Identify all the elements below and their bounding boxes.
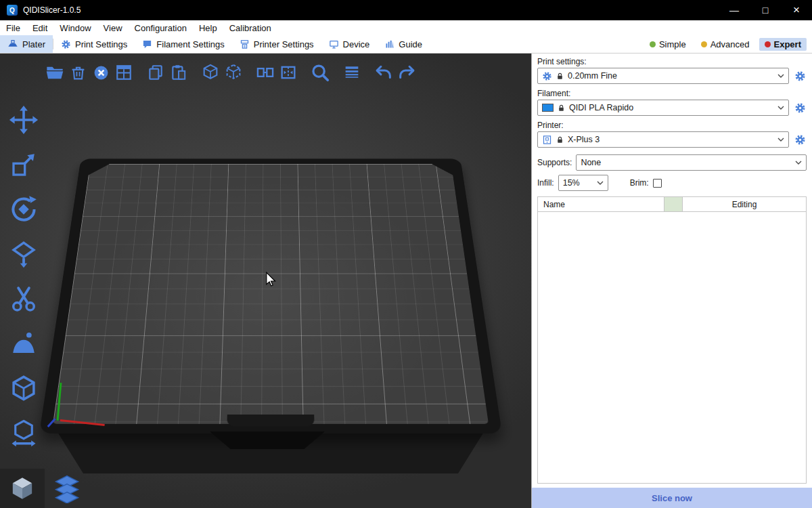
printer-value: X-Plus 3	[568, 135, 600, 144]
filament-combo[interactable]: QIDI PLA Rapido	[537, 100, 789, 116]
add-instance-icon	[201, 63, 220, 82]
object-list: Name Editing	[537, 196, 807, 484]
measure-tool-button[interactable]	[7, 419, 41, 446]
delete-all-icon	[93, 64, 110, 81]
print-settings-combo[interactable]: 0.20mm Fine	[537, 68, 789, 84]
delete-all-button[interactable]	[89, 59, 112, 86]
remove-instance-icon	[224, 63, 243, 82]
brim-checkbox[interactable]	[653, 179, 662, 188]
open-button[interactable]	[43, 59, 66, 86]
search-button[interactable]	[309, 59, 332, 86]
scale-icon	[10, 151, 37, 178]
maximize-button[interactable]: □	[750, 0, 781, 20]
preview-view-button[interactable]	[45, 469, 89, 508]
menu-calibration[interactable]: Calibration	[223, 23, 277, 33]
chevron-down-icon	[795, 161, 802, 165]
editor-view-button[interactable]	[0, 469, 45, 508]
slice-now-button[interactable]: Slice now	[532, 488, 812, 508]
infill-label: Infill:	[537, 178, 554, 188]
app-logo-icon: Q	[7, 5, 18, 16]
filament-value: QIDI PLA Rapido	[569, 103, 633, 112]
guide-icon	[384, 39, 394, 49]
gear-icon	[794, 134, 806, 146]
mode-expert[interactable]: Expert	[759, 38, 807, 51]
arrange-button[interactable]	[112, 59, 135, 86]
infill-value: 15%	[563, 178, 580, 188]
scale-tool-button[interactable]	[7, 151, 41, 178]
supports-label: Supports:	[537, 158, 572, 167]
mmu-paint-tool-button[interactable]	[7, 375, 41, 402]
menu-help[interactable]: Help	[193, 23, 223, 33]
object-list-body[interactable]	[538, 212, 806, 483]
add-instance-button[interactable]	[199, 59, 222, 86]
menu-file[interactable]: File	[0, 23, 26, 33]
move-tool-button[interactable]	[7, 106, 41, 133]
app-window: Q QIDISlicer-1.0.5 — □ × File Edit Windo…	[0, 0, 812, 508]
redo-button[interactable]	[395, 59, 418, 86]
device-icon	[329, 39, 339, 49]
cut-tool-button[interactable]	[7, 285, 41, 312]
lock-icon	[556, 135, 564, 144]
mode-advanced[interactable]: Advanced	[696, 38, 755, 51]
menu-configuration[interactable]: Configuration	[129, 23, 193, 33]
lock-icon	[556, 72, 564, 81]
delete-button[interactable]	[66, 59, 89, 86]
tab-printer-settings[interactable]: Printer Settings	[232, 35, 321, 53]
printer-bed	[39, 54, 502, 433]
menu-window[interactable]: Window	[53, 23, 97, 33]
expert-mode-dot-icon	[765, 41, 771, 47]
remove-instance-button[interactable]	[222, 59, 245, 86]
viewport-3d[interactable]	[0, 54, 531, 508]
rotate-icon	[9, 194, 39, 224]
mouse-cursor	[265, 272, 277, 288]
rotate-tool-button[interactable]	[7, 196, 41, 223]
filament-label: Filament:	[532, 87, 812, 100]
paste-button[interactable]	[167, 59, 190, 86]
settings-panel: Print settings: 0.20mm Fine Filament: QI…	[531, 54, 812, 508]
tab-print-settings[interactable]: Print Settings	[53, 35, 135, 53]
search-icon	[310, 62, 330, 83]
gear-icon	[61, 39, 71, 49]
tab-guide-label: Guide	[399, 39, 422, 49]
gizmo-toolbar	[1, 106, 46, 446]
printer-label: Printer:	[532, 119, 812, 131]
print-settings-gear-button[interactable]	[793, 70, 807, 82]
split-objects-button[interactable]	[254, 59, 277, 86]
chevron-down-icon	[777, 137, 784, 142]
variable-layer-height-button[interactable]	[340, 59, 363, 86]
printer-gear-button[interactable]	[793, 134, 807, 146]
tab-filament-settings[interactable]: Filament Settings	[135, 35, 231, 53]
copy-button[interactable]	[144, 59, 167, 86]
undo-button[interactable]	[372, 59, 395, 86]
split-parts-button[interactable]	[277, 59, 300, 86]
menu-view[interactable]: View	[97, 23, 129, 33]
tab-filament-settings-label: Filament Settings	[156, 39, 224, 49]
tab-device[interactable]: Device	[321, 35, 378, 53]
place-on-face-tool-button[interactable]	[7, 240, 41, 268]
infill-combo[interactable]: 15%	[558, 175, 608, 191]
tab-guide[interactable]: Guide	[377, 35, 430, 53]
flatten-icon	[9, 240, 38, 268]
menu-edit[interactable]: Edit	[26, 23, 53, 33]
move-icon	[9, 105, 39, 135]
column-editing: Editing	[683, 200, 806, 209]
filament-icon	[142, 39, 152, 49]
printer-combo[interactable]: X-Plus 3	[537, 131, 789, 148]
printer-icon	[240, 39, 250, 49]
supports-combo[interactable]: None	[576, 154, 807, 171]
filament-color-swatch	[542, 104, 554, 112]
support-paint-tool-button[interactable]	[7, 330, 41, 357]
undo-icon	[374, 63, 393, 82]
gear-icon	[794, 102, 806, 114]
tab-plater[interactable]: Plater	[0, 35, 53, 53]
mode-selector: Simple Advanced Expert	[644, 38, 812, 51]
menubar: File Edit Window View Configuration Help…	[0, 20, 812, 35]
lock-icon	[558, 104, 565, 112]
mode-simple-label: Simple	[659, 39, 686, 49]
tab-print-settings-label: Print Settings	[75, 39, 127, 49]
advanced-mode-dot-icon	[701, 41, 707, 47]
close-button[interactable]: ×	[781, 0, 812, 20]
mode-simple[interactable]: Simple	[644, 38, 692, 51]
minimize-button[interactable]: —	[719, 0, 750, 20]
filament-gear-button[interactable]	[793, 102, 807, 114]
